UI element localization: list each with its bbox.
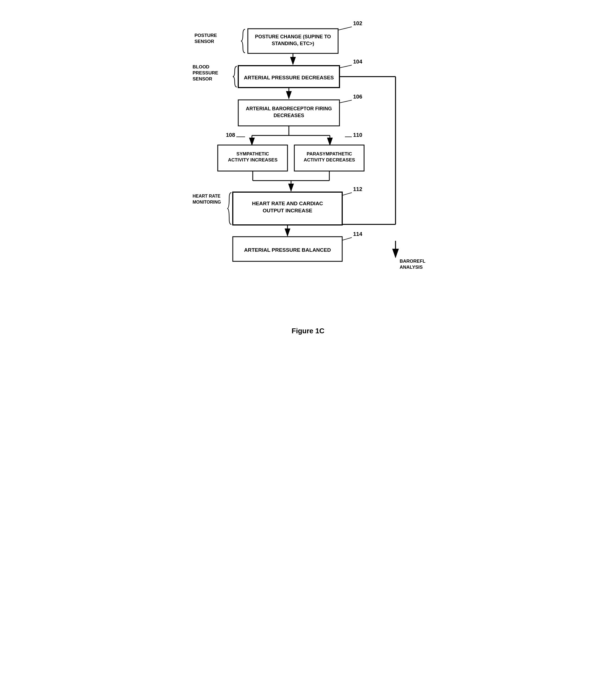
ref-104: 104: [353, 59, 362, 64]
svg-line-3: [340, 65, 352, 68]
baroreflex-label-2: ANALYSIS: [400, 264, 422, 270]
box4-line1: SYMPATHETIC: [236, 151, 269, 157]
box5-line1: PARASYMPATHETIC: [306, 151, 352, 157]
ref-114: 114: [353, 231, 362, 237]
box2-text: ARTERIAL PRESSURE DECREASES: [244, 75, 334, 81]
hr-label-2: MONITORING: [193, 200, 221, 204]
posture-label-1: POSTURE: [195, 33, 217, 38]
box1-line2: STANDING, ETC>): [272, 41, 314, 46]
bp-brace: [233, 66, 237, 87]
diagram: 102 POSTURE CHANGE (SUPINE TO STANDING, …: [190, 14, 426, 316]
box1-line1: POSTURE CHANGE (SUPINE TO: [255, 34, 331, 39]
bp-label-2: PRESSURE: [193, 70, 218, 76]
figure-title: Figure 1C: [190, 327, 426, 335]
diagram-svg: 102 POSTURE CHANGE (SUPINE TO STANDING, …: [190, 14, 426, 315]
box7-text: ARTERIAL PRESSURE BALANCED: [244, 247, 331, 253]
svg-line-8: [342, 237, 352, 240]
bp-label-1: BLOOD: [193, 64, 209, 69]
box3-line1: ARTERIAL BARORECEPTOR FIRING: [246, 106, 332, 111]
ref-108: 108: [226, 132, 235, 138]
hr-brace: [227, 193, 231, 224]
box5-line2: ACTIVITY DECREASES: [304, 157, 355, 163]
posture-brace: [241, 29, 245, 53]
box3-line2: DECREASES: [273, 113, 304, 118]
svg-line-7: [342, 193, 352, 195]
box6-line2: OUTPUT INCREASE: [263, 208, 312, 214]
svg-line-2: [338, 27, 352, 30]
posture-label-2: SENSOR: [195, 39, 214, 44]
svg-line-4: [340, 100, 352, 103]
bp-label-3: SENSOR: [193, 76, 212, 82]
hr-label-1: HEART RATE: [193, 194, 221, 198]
box6-line1: HEART RATE AND CARDIAC: [252, 201, 323, 206]
page-container: 102 POSTURE CHANGE (SUPINE TO STANDING, …: [185, 5, 431, 346]
box4-line2: ACTIVITY INCREASES: [228, 157, 277, 163]
ref-112: 112: [353, 186, 362, 192]
ref-106: 106: [353, 93, 362, 100]
ref-110: 110: [353, 132, 362, 138]
ref-102: 102: [353, 20, 362, 26]
baroreflex-label-1: BAROREFLEX: [400, 259, 426, 264]
